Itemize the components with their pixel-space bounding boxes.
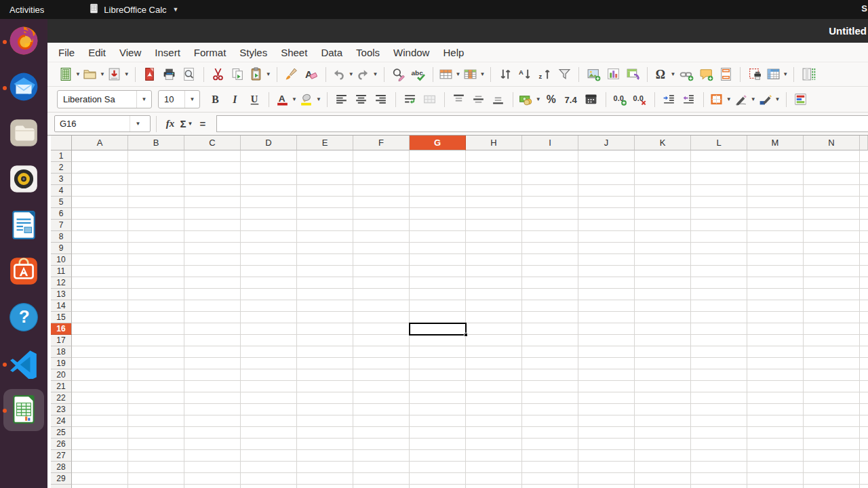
row-header-28[interactable]: 28 (51, 462, 72, 473)
row-header-30[interactable] (51, 485, 72, 488)
row-header-1[interactable]: 1 (51, 150, 72, 162)
headers-footers-button[interactable] (717, 65, 734, 84)
menu-edit[interactable]: Edit (81, 45, 113, 60)
column-header-M[interactable]: M (747, 136, 804, 150)
pivot-table-button[interactable] (624, 65, 642, 84)
font-size-dropdown[interactable]: ▼ (184, 91, 199, 108)
date-format-button[interactable] (583, 90, 600, 109)
row-header-25[interactable]: 25 (51, 427, 72, 439)
formula-button[interactable]: = (195, 115, 211, 133)
row-header-15[interactable]: 15 (51, 312, 72, 323)
menu-styles[interactable]: Styles (233, 45, 274, 60)
row-header-19[interactable]: 19 (51, 358, 72, 369)
chevron-down-icon[interactable]: ▼ (783, 71, 788, 77)
undo-button[interactable]: ▼ (332, 65, 354, 84)
row-header-9[interactable]: 9 (51, 243, 72, 254)
center-vertically-button[interactable] (470, 90, 488, 109)
chevron-down-icon[interactable]: ▼ (751, 96, 756, 102)
column-header-H[interactable]: H (466, 136, 522, 150)
column-header-B[interactable]: B (128, 136, 184, 150)
decrease-indent-button[interactable] (680, 90, 698, 109)
autofilter-button[interactable] (555, 65, 573, 84)
dock-item-thunderbird[interactable] (0, 65, 47, 111)
column-button[interactable]: ▼ (462, 65, 485, 84)
row-header-22[interactable]: 22 (51, 392, 72, 404)
menu-view[interactable]: View (113, 45, 148, 60)
align-center-button[interactable] (353, 90, 370, 109)
insert-comment-button[interactable] (697, 65, 715, 84)
paste-button[interactable]: ▼ (249, 65, 271, 84)
cells-area[interactable] (72, 150, 868, 488)
chevron-down-icon[interactable]: ▼ (670, 71, 675, 77)
align-top-button[interactable] (450, 90, 468, 109)
row-header-2[interactable]: 2 (51, 162, 72, 174)
menu-file[interactable]: File (52, 45, 81, 60)
dock-item-rhythmbox[interactable] (0, 157, 47, 203)
activities-button[interactable]: Activities (0, 0, 54, 19)
percent-format-button[interactable]: % (543, 90, 561, 109)
font-color-button[interactable]: A▼ (275, 90, 297, 109)
chevron-down-icon[interactable]: ▼ (75, 71, 81, 77)
border-color-button[interactable]: ▼ (758, 90, 781, 109)
dock-item-libreoffice-writer[interactable] (0, 203, 47, 249)
save-button[interactable]: ▼ (107, 65, 130, 84)
column-header-D[interactable]: D (241, 136, 297, 150)
chevron-down-icon[interactable]: ▼ (100, 71, 105, 77)
font-size-combobox[interactable]: 10 ▼ (158, 90, 200, 108)
dock-item-ubuntu-software[interactable] (0, 249, 47, 296)
font-name-combobox[interactable]: Liberation Sa ▼ (57, 90, 152, 108)
print-button[interactable] (161, 65, 178, 84)
cell-reference-input[interactable] (55, 119, 130, 129)
split-window-button[interactable] (800, 65, 817, 84)
column-header-I[interactable]: I (522, 136, 578, 150)
freeze-rows-columns-button[interactable]: ▼ (766, 65, 788, 84)
sort-button[interactable] (496, 65, 514, 84)
chevron-down-icon[interactable]: ▼ (373, 71, 378, 77)
column-header-E[interactable]: E (297, 136, 353, 150)
formula-input-line[interactable] (216, 115, 868, 132)
chevron-down-icon[interactable]: ▼ (456, 71, 461, 77)
highlight-color-button[interactable]: ▼ (299, 90, 321, 109)
row-header-27[interactable]: 27 (51, 450, 72, 462)
row-header-3[interactable]: 3 (51, 174, 72, 185)
name-box[interactable]: ▼ (54, 115, 151, 132)
row-header-14[interactable]: 14 (51, 300, 72, 312)
row-header-16[interactable]: 16 (51, 323, 72, 335)
row-header-10[interactable]: 10 (51, 254, 72, 266)
insert-image-button[interactable] (585, 65, 602, 84)
menu-window[interactable]: Window (387, 45, 436, 60)
row-header-12[interactable]: 12 (51, 277, 72, 289)
clear-formatting-button[interactable]: A (302, 65, 320, 84)
column-header-partial[interactable] (860, 136, 868, 150)
row-header-7[interactable]: 7 (51, 220, 72, 231)
row-header-6[interactable]: 6 (51, 208, 72, 220)
menu-tools[interactable]: Tools (349, 45, 387, 60)
column-header-L[interactable]: L (691, 136, 747, 150)
clone-formatting-button[interactable] (283, 65, 300, 84)
menu-sheet[interactable]: Sheet (274, 45, 314, 60)
row-button[interactable]: ▼ (439, 65, 461, 84)
dock-item-files[interactable] (0, 111, 47, 157)
align-bottom-button[interactable] (490, 90, 507, 109)
number-format-button[interactable]: 7.4 (563, 90, 580, 109)
chevron-down-icon[interactable]: ▼ (266, 71, 271, 77)
new-document-button[interactable]: ▼ (58, 65, 81, 84)
chevron-down-icon[interactable]: ▼ (726, 96, 732, 102)
column-header-K[interactable]: K (635, 136, 691, 150)
underline-button[interactable]: U (245, 90, 263, 109)
print-preview-button[interactable] (180, 65, 198, 84)
italic-button[interactable]: I (226, 90, 243, 109)
increase-indent-button[interactable] (660, 90, 678, 109)
sort-descending-button[interactable]: z (536, 65, 553, 84)
column-header-A[interactable]: A (72, 136, 128, 150)
row-header-17[interactable]: 17 (51, 335, 72, 346)
redo-button[interactable]: ▼ (356, 65, 378, 84)
open-button[interactable]: ▼ (83, 65, 105, 84)
align-left-button[interactable] (333, 90, 351, 109)
chevron-down-icon[interactable]: ▼ (536, 96, 541, 102)
menu-help[interactable]: Help (436, 45, 471, 60)
column-header-J[interactable]: J (578, 136, 635, 150)
row-header-26[interactable]: 26 (51, 439, 72, 450)
name-box-dropdown[interactable]: ▼ (130, 116, 146, 131)
merge-cells-button[interactable] (421, 90, 439, 109)
